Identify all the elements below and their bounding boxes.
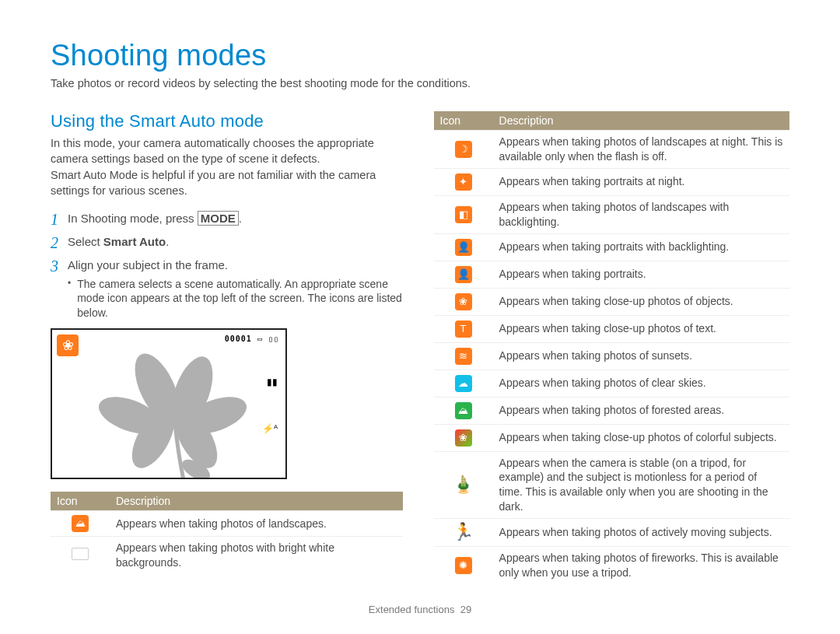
- section-desc-1: In this mode, your camera automatically …: [51, 136, 403, 166]
- icon-description: Appears when taking photos of clear skie…: [493, 370, 789, 397]
- step-1-pre: In Shooting mode, press: [68, 212, 198, 225]
- icon-table-left: Icon Description ⛰Appears when taking ph…: [51, 492, 403, 574]
- table-row: ❀Appears when taking close-up photos of …: [434, 424, 789, 451]
- step-2: 2 Select Smart Auto.: [51, 234, 403, 251]
- macro-color-icon: ❀: [434, 424, 493, 451]
- table-row: ⛰Appears when taking photos of forested …: [434, 397, 789, 424]
- icon-description: Appears when taking portraits.: [493, 261, 789, 288]
- footer-page: 29: [460, 604, 471, 615]
- step-2-post: .: [166, 235, 169, 248]
- step-3-text: Align your subject in the frame.: [68, 258, 228, 271]
- portrait-icon: 👤: [434, 261, 493, 288]
- right-column: Icon Description ☽Appears when taking ph…: [434, 111, 789, 584]
- page-intro: Take photos or record videos by selectin…: [51, 77, 789, 89]
- table-row: 👤Appears when taking portraits with back…: [434, 233, 789, 261]
- icon-description: Appears when taking portraits at night.: [493, 168, 789, 195]
- icon-description: Appears when taking photos of fireworks.…: [493, 547, 789, 584]
- step-number: 1: [51, 211, 68, 228]
- fireworks-icon: ✺: [434, 547, 493, 584]
- th-desc: Description: [110, 492, 403, 511]
- table-row: 🎍Appears when the camera is stable (on a…: [434, 451, 789, 519]
- mode-key: MODE: [198, 211, 239, 226]
- left-column: Using the Smart Auto mode In this mode, …: [51, 111, 403, 584]
- table-row: 👤Appears when taking portraits.: [434, 261, 789, 288]
- step-number: 2: [51, 234, 68, 251]
- icon-description: Appears when taking photos with bright w…: [110, 537, 403, 574]
- step-1-post: .: [239, 212, 242, 225]
- night-landscape-icon: ☽: [434, 131, 493, 169]
- th-icon: Icon: [434, 111, 493, 131]
- step-3-sublist: The camera selects a scene automatically…: [68, 277, 403, 321]
- icon-description: Appears when taking photos of actively m…: [493, 519, 789, 547]
- macro-icon: ❀: [434, 288, 493, 315]
- step-2-pre: Select: [68, 235, 103, 248]
- table-row: ≋Appears when taking photos of sunsets.: [434, 342, 789, 370]
- svg-point-6: [164, 403, 186, 425]
- icon-description: Appears when taking photos of landscapes…: [110, 511, 403, 537]
- lcd-counter: 00001 ▭ ▯▯: [225, 335, 279, 343]
- page-footer: Extended functions 29: [0, 604, 840, 615]
- camera-lcd-preview: ❀ 00001 ▭ ▯▯ ▮▮ ⚡ᴬ: [51, 328, 287, 479]
- icon-table-right: Icon Description ☽Appears when taking ph…: [434, 111, 789, 584]
- sky-icon: ☁: [434, 370, 493, 397]
- lcd-record-icon: ▮▮: [267, 377, 278, 387]
- lcd-flash-icon: ⚡ᴬ: [262, 423, 278, 434]
- backlight-landscape-icon: ◧: [434, 195, 493, 233]
- table-row: Appears when taking photos with bright w…: [51, 537, 403, 574]
- scene-mode-icon: ❀: [57, 335, 79, 356]
- table-row: ⛰Appears when taking photos of landscape…: [51, 511, 403, 537]
- icon-description: Appears when taking photos of landscapes…: [493, 131, 789, 169]
- step-3: 3 Align your subject in the frame. The c…: [51, 257, 403, 321]
- th-icon: Icon: [51, 492, 110, 511]
- table-row: ❀Appears when taking close-up photos of …: [434, 288, 789, 315]
- icon-description: Appears when taking photos of forested a…: [493, 397, 789, 424]
- th-desc: Description: [493, 111, 789, 131]
- step-number: 3: [51, 257, 68, 321]
- columns: Using the Smart Auto mode In this mode, …: [51, 111, 789, 584]
- night-portrait-icon: ✦: [434, 168, 493, 195]
- action-icon: 🏃: [434, 519, 493, 547]
- sunset-icon: ≋: [434, 342, 493, 370]
- macro-text-icon: T: [434, 315, 493, 342]
- steps-list: 1 In Shooting mode, press MODE. 2 Select…: [51, 211, 403, 321]
- tripod-icon: 🎍: [434, 451, 493, 519]
- landscape-icon: ⛰: [51, 511, 110, 537]
- icon-description: Appears when taking photos of sunsets.: [493, 342, 789, 370]
- icon-description: Appears when taking photos of landscapes…: [493, 195, 789, 233]
- step-1: 1 In Shooting mode, press MODE.: [51, 211, 403, 228]
- step-2-bold: Smart Auto: [103, 235, 166, 248]
- backlight-portrait-icon: 👤: [434, 233, 493, 261]
- flower-graphic: [99, 353, 254, 479]
- table-row: ◧Appears when taking photos of landscape…: [434, 195, 789, 233]
- forest-icon: ⛰: [434, 397, 493, 424]
- table-row: ☁Appears when taking photos of clear ski…: [434, 370, 789, 397]
- page-title: Shooting modes: [51, 39, 789, 72]
- white-bg-icon: [51, 537, 110, 574]
- footer-label: Extended functions: [369, 604, 455, 615]
- icon-description: Appears when taking close-up photos of t…: [493, 315, 789, 342]
- table-row: ☽Appears when taking photos of landscape…: [434, 131, 789, 169]
- icon-description: Appears when the camera is stable (on a …: [493, 451, 789, 519]
- icon-description: Appears when taking close-up photos of c…: [493, 424, 789, 451]
- section-desc-2: Smart Auto Mode is helpful if you are no…: [51, 168, 403, 198]
- table-row: 🏃Appears when taking photos of actively …: [434, 519, 789, 547]
- icon-description: Appears when taking portraits with backl…: [493, 233, 789, 261]
- table-row: ✺Appears when taking photos of fireworks…: [434, 547, 789, 584]
- icon-description: Appears when taking close-up photos of o…: [493, 288, 789, 315]
- step-3-bullet: The camera selects a scene automatically…: [77, 277, 402, 321]
- table-row: ✦Appears when taking portraits at night.: [434, 168, 789, 195]
- table-row: TAppears when taking close-up photos of …: [434, 315, 789, 342]
- section-heading: Using the Smart Auto mode: [51, 111, 403, 131]
